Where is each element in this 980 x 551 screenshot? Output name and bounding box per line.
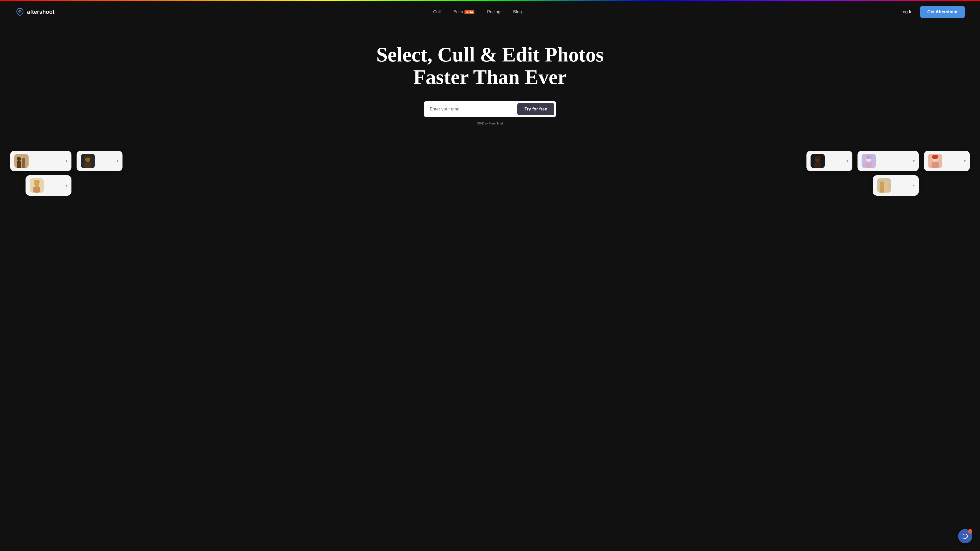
login-button[interactable]: Log In (900, 10, 912, 14)
nav-links: Cull Edits BETA Pricing Blog (433, 10, 522, 14)
svg-rect-14 (84, 162, 91, 168)
svg-point-2 (17, 157, 21, 161)
chevron-down-icon-4: ▾ (846, 159, 848, 163)
photo-card-2[interactable]: ▾ (25, 175, 72, 196)
photo-card-1[interactable]: ▾ (10, 151, 72, 171)
chevron-down-icon-6: ▾ (913, 183, 915, 187)
try-for-free-button[interactable]: Try for free (517, 103, 554, 115)
chevron-down-icon-2: ▾ (65, 183, 67, 187)
svg-point-4 (22, 158, 25, 161)
photo-cards-section: ▾ ▾ (0, 141, 980, 196)
avatar-5 (862, 154, 876, 168)
svg-rect-1 (14, 154, 29, 168)
hero-title: Select, Cull & Edit Photos Faster Than E… (376, 43, 604, 88)
logo-text: aftershoot (27, 9, 55, 15)
photo-column-1: ▾ ▾ (10, 151, 72, 196)
chevron-down-icon-1: ▾ (65, 159, 67, 163)
avatar-1 (14, 154, 29, 168)
svg-rect-5 (22, 161, 25, 168)
chat-icon (962, 533, 968, 539)
svg-rect-27 (884, 186, 888, 192)
avatar-2 (30, 178, 44, 192)
email-input[interactable] (426, 103, 517, 115)
nav-actions: Log In Get Aftershoot (900, 6, 965, 18)
chat-button[interactable]: 1 (958, 529, 972, 543)
photo-column-2: ▾ (76, 151, 123, 171)
chevron-down-icon-5: ▾ (913, 159, 915, 163)
avatar-4 (811, 154, 825, 168)
photo-card-7[interactable]: ▾ (924, 151, 970, 171)
beta-badge: BETA (465, 10, 474, 14)
logo[interactable]: aftershoot (15, 7, 55, 17)
svg-point-0 (19, 11, 21, 13)
svg-rect-25 (880, 186, 884, 192)
nav-link-blog[interactable]: Blog (513, 10, 522, 14)
nav-link-edits[interactable]: Edits BETA (453, 10, 474, 14)
photo-card-3[interactable]: ▾ (76, 151, 123, 171)
svg-point-26 (884, 181, 888, 186)
svg-rect-3 (17, 161, 21, 168)
svg-rect-30 (932, 162, 939, 168)
chat-badge: 1 (968, 529, 972, 534)
svg-rect-13 (86, 156, 90, 158)
svg-point-18 (815, 156, 821, 159)
avatar-6 (877, 178, 891, 192)
svg-rect-17 (814, 162, 821, 168)
chevron-down-icon-3: ▾ (117, 159, 118, 163)
get-aftershoot-button[interactable]: Get Aftershoot (920, 6, 965, 18)
svg-point-9 (34, 180, 40, 184)
navbar: aftershoot Cull Edits BETA Pricing Blog … (0, 1, 980, 23)
photo-card-4[interactable]: ▾ (807, 151, 853, 171)
avatar-7 (928, 154, 942, 168)
photo-column-5: ▾ (924, 151, 970, 171)
photo-column-4: ▾ ▾ (858, 151, 919, 196)
email-form: Try for free (424, 101, 556, 118)
photo-column-3: ▾ (807, 151, 853, 171)
svg-point-22 (865, 156, 872, 159)
svg-rect-21 (865, 162, 872, 168)
nav-link-pricing[interactable]: Pricing (487, 10, 501, 14)
nav-link-cull[interactable]: Cull (433, 10, 441, 14)
logo-icon (15, 7, 24, 17)
svg-point-24 (880, 181, 884, 186)
avatar-3 (81, 154, 95, 168)
trial-note: 30-Day Free Trial (477, 121, 503, 125)
svg-rect-8 (33, 186, 40, 192)
photo-card-6[interactable]: ▾ (873, 175, 919, 196)
hero-section: Select, Cull & Edit Photos Faster Than E… (0, 23, 980, 141)
svg-point-31 (932, 155, 939, 159)
photo-card-5[interactable]: ▾ (858, 151, 919, 171)
chevron-down-icon-7: ▾ (964, 159, 966, 163)
